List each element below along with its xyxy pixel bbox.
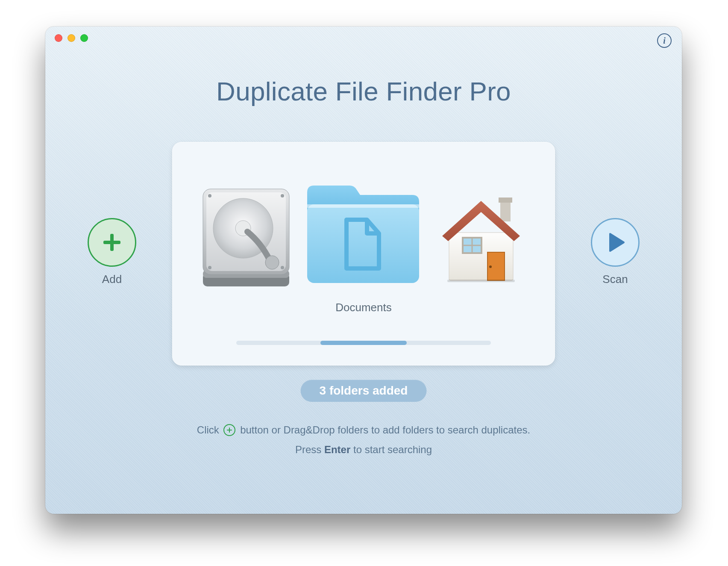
svg-rect-15	[500, 200, 511, 221]
svg-point-11	[208, 266, 211, 269]
status-pill: 3 folders added	[301, 380, 427, 402]
inline-plus-icon	[223, 424, 235, 436]
drop-zone-card[interactable]: Documents	[172, 142, 555, 366]
play-icon	[608, 232, 625, 253]
close-window-button[interactable]	[55, 34, 62, 42]
hint-line-1: Click button or Drag&Drop folders to add…	[45, 424, 682, 437]
svg-rect-13	[307, 204, 419, 283]
home-icon[interactable]	[432, 179, 530, 290]
add-button-label: Add	[102, 273, 122, 286]
locations-scrollbar-track[interactable]	[236, 341, 491, 345]
svg-point-12	[281, 266, 284, 269]
harddrive-icon[interactable]	[197, 179, 295, 290]
app-title: Duplicate File Finder Pro	[45, 76, 682, 106]
svg-point-8	[265, 256, 279, 269]
hint-line-2-bold: Enter	[324, 444, 350, 455]
scan-button-label: Scan	[602, 273, 628, 286]
svg-point-10	[281, 194, 284, 198]
svg-rect-14	[307, 204, 419, 208]
svg-rect-16	[499, 198, 512, 203]
svg-rect-1	[103, 241, 120, 244]
plus-icon	[102, 232, 122, 253]
app-window: i Duplicate File Finder Pro Add Scan	[45, 27, 682, 514]
svg-rect-23	[447, 280, 515, 282]
minimize-window-button[interactable]	[68, 34, 75, 42]
add-button[interactable]	[88, 218, 136, 267]
hint-line-1-pre: Click	[197, 424, 222, 436]
folder-icon[interactable]	[299, 170, 428, 290]
svg-point-22	[489, 265, 492, 268]
add-button-group: Add	[86, 218, 138, 286]
hint-line-2: Press Enter to start searching	[45, 444, 682, 456]
info-button[interactable]: i	[657, 33, 672, 48]
hint-line-2-pre: Press	[295, 444, 324, 455]
svg-point-9	[208, 194, 211, 198]
titlebar: i	[45, 27, 682, 49]
zoom-window-button[interactable]	[80, 34, 88, 42]
window-controls	[55, 34, 88, 42]
hint-line-2-post: to start searching	[350, 444, 432, 455]
scan-button[interactable]	[591, 218, 640, 267]
locations-scrollbar-thumb[interactable]	[320, 341, 407, 345]
info-icon: i	[663, 36, 666, 45]
hint-line-1-post: button or Drag&Drop folders to add folde…	[240, 424, 530, 436]
selected-location-label: Documents	[172, 301, 555, 314]
svg-rect-25	[227, 430, 232, 430]
scan-button-group: Scan	[590, 218, 641, 286]
selected-locations-row	[172, 170, 555, 290]
